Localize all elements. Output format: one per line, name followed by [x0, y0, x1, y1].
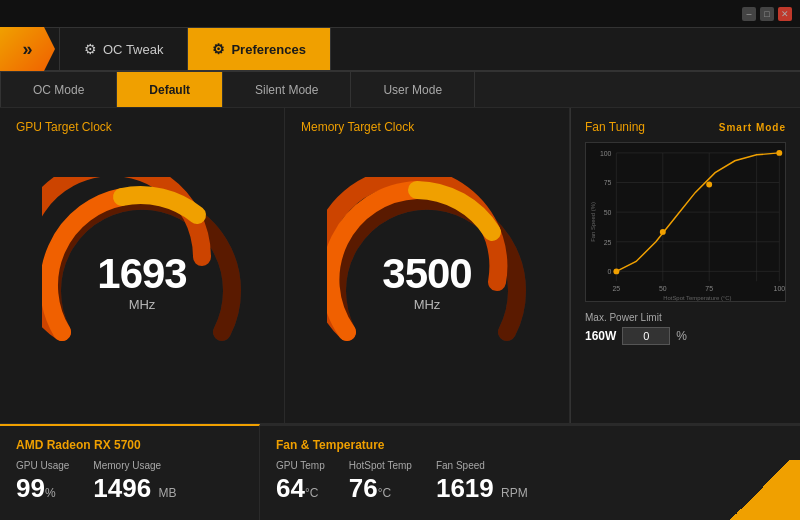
svg-text:100: 100 [600, 150, 612, 157]
mode-tab-default[interactable]: Default [117, 72, 223, 107]
memory-gauge-container: 3500 MHz [301, 142, 553, 411]
logo: » [0, 27, 55, 71]
power-limit-row: Max. Power Limit 160W % [585, 312, 786, 345]
fan-chart: 100 75 50 25 0 25 50 75 100 HotSpot Temp… [585, 142, 786, 302]
mode-tab-default-label: Default [149, 83, 190, 97]
fan-speed-stat: Fan Speed 1619 RPM [436, 460, 528, 501]
mode-tab-oc[interactable]: OC Mode [0, 72, 117, 107]
hotspot-stat: HotSpot Temp 76°C [349, 460, 412, 501]
gpu-clock-section: GPU Target Clock 1693 M [0, 108, 285, 423]
memory-clock-number: 3500 [382, 253, 471, 295]
svg-text:25: 25 [604, 239, 612, 246]
gpu-clock-title: GPU Target Clock [16, 120, 112, 134]
title-bar: – □ ✕ [0, 0, 800, 28]
svg-point-23 [706, 182, 712, 188]
mode-tab-user[interactable]: User Mode [351, 72, 475, 107]
fan-speed-unit: RPM [501, 486, 528, 500]
preferences-label: Preferences [231, 42, 305, 57]
tab-bar: » ⚙ OC Tweak ⚙ Preferences [0, 28, 800, 72]
hotspot-label: HotSpot Temp [349, 460, 412, 471]
gpu-clock-unit: MHz [97, 297, 186, 312]
memory-clock-section: Memory Target Clock 3500 MHz [285, 108, 570, 423]
gpu-temp-stat: GPU Temp 64°C [276, 460, 325, 501]
logo-icon: » [22, 39, 32, 60]
gpu-temp-value: 64°C [276, 475, 325, 501]
gpu-usage-stat: GPU Usage 99% [16, 460, 69, 501]
tab-oc-tweak[interactable]: ⚙ OC Tweak [59, 28, 188, 70]
maximize-button[interactable]: □ [760, 7, 774, 21]
hotspot-unit: °C [378, 486, 391, 500]
mode-tabs: OC Mode Default Silent Mode User Mode [0, 72, 800, 108]
svg-text:Fan Speed (%): Fan Speed (%) [590, 202, 596, 242]
smart-mode-label: Smart Mode [719, 122, 786, 133]
power-value: 160W [585, 329, 616, 343]
gpu-usage-unit: % [45, 486, 56, 500]
svg-text:50: 50 [659, 285, 667, 292]
gpu-usage-label: GPU Usage [16, 460, 69, 471]
gpu-usage-value: 99% [16, 475, 69, 501]
memory-clock-value-container: 3500 MHz [382, 253, 471, 312]
svg-point-24 [776, 150, 782, 156]
memory-gauge: 3500 MHz [327, 177, 527, 377]
memory-usage-value: 1496 MB [93, 475, 176, 501]
mode-tab-user-label: User Mode [383, 83, 442, 97]
memory-clock-title: Memory Target Clock [301, 120, 414, 134]
power-limit-label: Max. Power Limit [585, 312, 786, 323]
gpu-stats-panel: AMD Radeon RX 5700 GPU Usage 99% Memory … [0, 424, 260, 520]
fan-temp-title: Fan & Temperature [276, 438, 784, 452]
hotspot-number: 76 [349, 473, 378, 503]
gpu-clock-value-container: 1693 MHz [97, 253, 186, 312]
memory-usage-unit: MB [158, 486, 176, 500]
gpu-temp-number: 64 [276, 473, 305, 503]
gpu-gauge: 1693 MHz [42, 177, 242, 377]
close-button[interactable]: ✕ [778, 7, 792, 21]
svg-text:25: 25 [613, 285, 621, 292]
memory-clock-unit: MHz [382, 297, 471, 312]
fan-speed-label: Fan Speed [436, 460, 528, 471]
power-percent-label: % [676, 329, 687, 343]
fan-speed-value: 1619 RPM [436, 475, 528, 501]
svg-point-21 [613, 268, 619, 274]
svg-text:75: 75 [705, 285, 713, 292]
gpu-stats-title: AMD Radeon RX 5700 [16, 438, 243, 452]
fan-chart-svg: 100 75 50 25 0 25 50 75 100 HotSpot Temp… [586, 143, 785, 301]
fan-temp-panel: Fan & Temperature GPU Temp 64°C HotSpot … [260, 424, 800, 520]
oc-tweak-label: OC Tweak [103, 42, 163, 57]
memory-usage-stat: Memory Usage 1496 MB [93, 460, 176, 501]
memory-usage-number: 1496 [93, 473, 151, 503]
svg-text:HotSpot Temperature (°C): HotSpot Temperature (°C) [663, 295, 731, 301]
svg-text:50: 50 [604, 209, 612, 216]
gpu-temp-unit: °C [305, 486, 318, 500]
oc-tweak-icon: ⚙ [84, 41, 97, 57]
fan-tuning-title: Fan Tuning [585, 120, 645, 134]
bottom-stats: AMD Radeon RX 5700 GPU Usage 99% Memory … [0, 424, 800, 520]
gpu-temp-label: GPU Temp [276, 460, 325, 471]
gpu-clock-number: 1693 [97, 253, 186, 295]
mode-tab-silent-label: Silent Mode [255, 83, 318, 97]
fan-tuning-section: Fan Tuning Smart Mode [570, 108, 800, 423]
mode-tab-oc-label: OC Mode [33, 83, 84, 97]
svg-text:0: 0 [608, 268, 612, 275]
fan-header: Fan Tuning Smart Mode [585, 120, 786, 134]
gpu-usage-number: 99 [16, 473, 45, 503]
power-input-field[interactable] [622, 327, 670, 345]
gpu-gauge-container: 1693 MHz [16, 142, 268, 411]
minimize-button[interactable]: – [742, 7, 756, 21]
fan-temp-row: GPU Temp 64°C HotSpot Temp 76°C Fan Spee… [276, 460, 784, 501]
mode-tab-silent[interactable]: Silent Mode [223, 72, 351, 107]
memory-usage-label: Memory Usage [93, 460, 176, 471]
svg-point-22 [660, 229, 666, 235]
tab-preferences[interactable]: ⚙ Preferences [188, 28, 330, 70]
gpu-stats-row: GPU Usage 99% Memory Usage 1496 MB [16, 460, 243, 501]
hotspot-value: 76°C [349, 475, 412, 501]
svg-text:75: 75 [604, 179, 612, 186]
main-content: GPU Target Clock 1693 M [0, 108, 800, 424]
fan-speed-number: 1619 [436, 473, 494, 503]
svg-text:100: 100 [774, 285, 785, 292]
preferences-icon: ⚙ [212, 41, 225, 57]
